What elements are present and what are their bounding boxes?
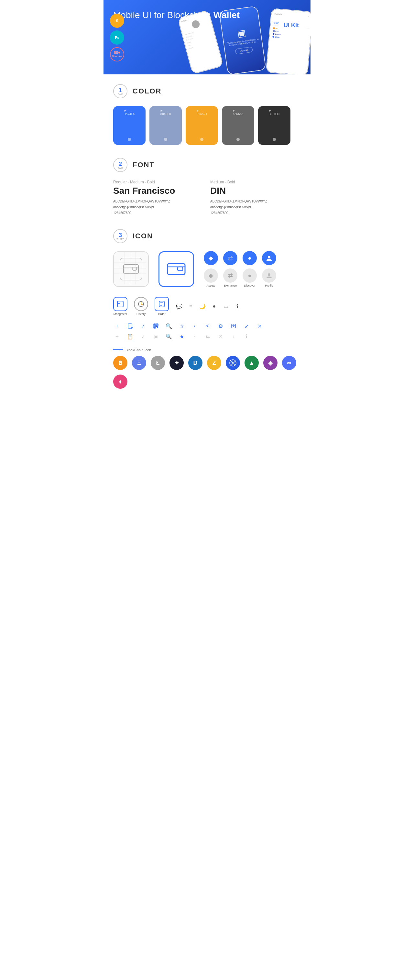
ui-kit-badge: UI Kit bbox=[279, 19, 304, 31]
litecoin-icon: Ł bbox=[151, 356, 165, 370]
color-section: 1 ONE COLOR #3574FA #8DA0C8 #F5A623 #666… bbox=[113, 84, 301, 145]
swatch-blue: #3574FA bbox=[113, 106, 145, 145]
svg-point-12 bbox=[268, 256, 271, 258]
history-icon bbox=[134, 297, 148, 311]
ps-badge: Ps bbox=[110, 30, 124, 45]
stack-icon: ≡ bbox=[187, 302, 195, 310]
hero-title-bold: Wallet bbox=[213, 10, 240, 20]
color-title: COLOR bbox=[132, 87, 161, 95]
icon-title: ICON bbox=[132, 232, 153, 240]
discover-nav-item: ● ● Discover bbox=[243, 251, 257, 287]
plus-icon-gray: ＋ bbox=[113, 332, 121, 340]
swatch-slate: #8DA0C8 bbox=[150, 106, 182, 145]
font-grid: Regular · Medium · Bold San Francisco AB… bbox=[113, 180, 301, 216]
star-icon: ☆ bbox=[178, 322, 186, 330]
hero-title-normal: Mobile UI for Blockchain bbox=[113, 10, 213, 20]
share-icon: < bbox=[204, 322, 212, 330]
speech-icon: ▭ bbox=[222, 302, 230, 310]
font-section-header: 2 TWO FONT bbox=[113, 158, 301, 172]
svg-rect-10 bbox=[178, 267, 183, 271]
bitcoin-icon: ₿ bbox=[113, 356, 127, 370]
back-icon: ‹ bbox=[191, 322, 199, 330]
info-icon-gray: ℹ bbox=[243, 332, 250, 340]
arrows-icon-gray: ⇆ bbox=[204, 332, 212, 340]
plus-icon: ＋ bbox=[113, 322, 121, 330]
circle-icon: ● bbox=[210, 302, 218, 310]
color-section-header: 1 ONE COLOR bbox=[113, 84, 301, 98]
font-din: Medium · Bold DIN ABCDEFGHIJKLMNOPQRSTUV… bbox=[210, 180, 301, 216]
settings-icon: ⚙ bbox=[217, 322, 225, 330]
check-icon-gray: ✓ bbox=[139, 332, 147, 340]
font-title: FONT bbox=[132, 161, 154, 169]
sketch-badge: S bbox=[110, 14, 124, 28]
svg-text:+: + bbox=[131, 327, 132, 329]
management-icon-item: Mangment bbox=[113, 297, 127, 316]
icon-showcase: ◆ ◆ Assets ⇄ ⇄ Exchange ● ● Discover bbox=[113, 251, 301, 287]
check-icon: ✓ bbox=[139, 322, 147, 330]
svg-rect-33 bbox=[156, 326, 157, 327]
font-sf: Regular · Medium · Bold San Francisco AB… bbox=[113, 180, 204, 216]
qtum-icon bbox=[226, 356, 240, 370]
font-section: 2 TWO FONT Regular · Medium · Bold San F… bbox=[113, 158, 301, 216]
section-num-3: 3 THREE bbox=[113, 229, 127, 243]
exchange-nav-item: ⇄ ⇄ Exchange bbox=[223, 251, 237, 287]
note-icon-gray: 📋 bbox=[126, 332, 134, 340]
svg-rect-35 bbox=[157, 327, 158, 328]
icon-section: 3 THREE ICON bbox=[113, 229, 301, 389]
star-icon-active: ★ bbox=[178, 332, 186, 340]
color-swatches: #3574FA #8DA0C8 #F5A623 #666666 #303030 bbox=[113, 106, 301, 145]
ardor-icon: ▲ bbox=[245, 356, 259, 370]
hero-badges: S Ps 60+ Screens bbox=[110, 14, 124, 62]
zcash-icon: Z bbox=[207, 356, 221, 370]
svg-point-13 bbox=[268, 273, 271, 276]
blockchain-label: BlockChain Icon bbox=[113, 348, 301, 352]
chat-icon: 💬 bbox=[175, 302, 183, 310]
dash-icon: D bbox=[188, 356, 202, 370]
svg-rect-31 bbox=[157, 325, 158, 325]
search-icon-gray: 🔍 bbox=[165, 332, 173, 340]
utility-icons-row-2: ＋ 📋 ✓ ▣ 🔍 ★ ‹ ⇆ ✕ › ℹ bbox=[113, 332, 301, 340]
svg-rect-30 bbox=[154, 325, 155, 325]
moon-icon: 🌙 bbox=[199, 302, 206, 310]
svg-rect-34 bbox=[157, 326, 158, 327]
wallet-blue-icon bbox=[158, 251, 194, 287]
main-content: 1 ONE COLOR #3574FA #8DA0C8 #F5A623 #666… bbox=[104, 75, 310, 408]
close-icon-gray: ✕ bbox=[217, 332, 225, 340]
swatch-gray: #666666 bbox=[222, 106, 254, 145]
order-icon bbox=[154, 297, 169, 311]
info-icon: ℹ bbox=[234, 302, 241, 310]
dark-coin-icon: ✦ bbox=[169, 356, 184, 370]
band-icon: ∞ bbox=[282, 356, 296, 370]
back-icon-gray: ‹ bbox=[191, 332, 199, 340]
wallet-wireframe-icon bbox=[113, 251, 149, 287]
order-icon-item: Order bbox=[154, 297, 169, 316]
swatch-orange: #F5A623 bbox=[186, 106, 218, 145]
close-icon: ✕ bbox=[256, 322, 263, 330]
qr-icon-gray: ▣ bbox=[152, 332, 160, 340]
utility-icons-row-1: ＋ + ✓ bbox=[113, 322, 301, 330]
icon-section-header: 3 THREE ICON bbox=[113, 229, 301, 243]
nav-icons-group: ◆ ◆ Assets ⇄ ⇄ Exchange ● ● Discover bbox=[204, 251, 276, 287]
profile-nav-item: Profile bbox=[262, 251, 276, 287]
swatch-dark: #303030 bbox=[258, 106, 290, 145]
section-num-1: 1 ONE bbox=[113, 84, 127, 98]
uni-icon: ♦ bbox=[113, 374, 127, 389]
crystal-icon: ◈ bbox=[263, 356, 277, 370]
screens-badge: 60+ Screens bbox=[110, 47, 124, 62]
divider-line bbox=[113, 349, 123, 350]
hero-title: Mobile UI for Blockchain Wallet bbox=[113, 10, 301, 21]
crypto-icons-row: ₿ Ξ Ł ✦ D Z ▲ ◈ bbox=[113, 356, 301, 389]
section-num-2: 2 TWO bbox=[113, 158, 127, 172]
forward-icon-gray: › bbox=[230, 332, 237, 340]
search-icon: 🔍 bbox=[165, 322, 173, 330]
note-icon: + bbox=[126, 322, 134, 330]
resize-icon: ⤢ bbox=[243, 322, 250, 330]
assets-nav-item: ◆ ◆ Assets bbox=[204, 251, 218, 287]
history-icon-item: History bbox=[134, 297, 148, 316]
hero-section: Mobile UI for Blockchain Wallet UI Kit S… bbox=[104, 0, 310, 75]
misc-icons: 💬 ≡ 🌙 ● ▭ ℹ bbox=[175, 302, 241, 310]
upload-icon bbox=[230, 322, 237, 330]
management-icon bbox=[113, 297, 127, 311]
svg-rect-32 bbox=[154, 327, 155, 328]
qr-icon bbox=[152, 322, 160, 330]
